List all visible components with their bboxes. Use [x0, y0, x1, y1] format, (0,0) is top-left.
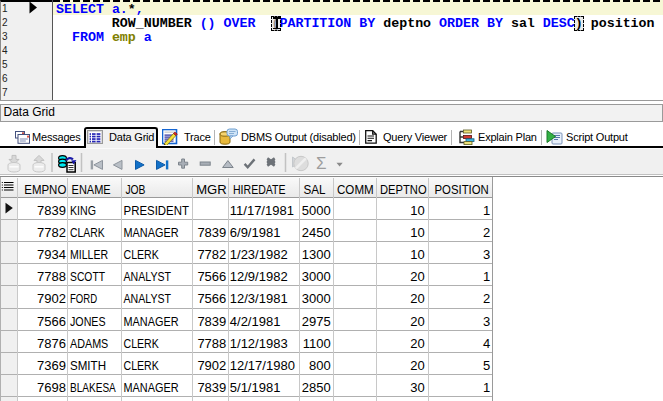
svg-text:ANALYST: ANALYST — [124, 291, 172, 306]
svg-text:7788: 7788 — [197, 336, 226, 351]
svg-text:7566: 7566 — [197, 269, 226, 284]
svg-text:ENAME: ENAME — [72, 183, 111, 197]
svg-text:7902: 7902 — [197, 358, 226, 373]
svg-text:JOB: JOB — [125, 183, 145, 197]
svg-text:7839: 7839 — [197, 225, 226, 240]
svg-text:1100: 1100 — [303, 336, 331, 351]
svg-text:PRESIDENT: PRESIDENT — [124, 203, 190, 218]
svg-text:MANAGER: MANAGER — [124, 380, 179, 395]
svg-text:7839: 7839 — [197, 314, 226, 329]
svg-text:10: 10 — [410, 203, 424, 218]
svg-text:CLERK: CLERK — [124, 358, 160, 373]
svg-text:7782: 7782 — [37, 225, 66, 240]
svg-text:HIREDATE: HIREDATE — [233, 183, 286, 197]
svg-text:1: 1 — [483, 380, 490, 395]
svg-text:3: 3 — [483, 314, 490, 329]
svg-text:7839: 7839 — [197, 380, 226, 395]
svg-text:MANAGER: MANAGER — [124, 314, 179, 329]
svg-text:MANAGER: MANAGER — [124, 225, 179, 240]
svg-text:20: 20 — [410, 314, 424, 329]
svg-text:10: 10 — [410, 225, 424, 240]
svg-text:6/9/1981: 6/9/1981 — [230, 225, 281, 240]
svg-text:1/12/1983: 1/12/1983 — [230, 336, 288, 351]
svg-text:JONES: JONES — [70, 314, 106, 329]
svg-text:12/3/1981: 12/3/1981 — [230, 291, 288, 306]
svg-text:3000: 3000 — [302, 269, 331, 284]
svg-text:5/1/1981: 5/1/1981 — [230, 380, 281, 395]
svg-text:BLAKESA: BLAKESA — [70, 380, 116, 395]
svg-text:20: 20 — [410, 291, 424, 306]
svg-text:7782: 7782 — [197, 247, 226, 262]
svg-text:1: 1 — [483, 203, 490, 218]
svg-text:7698: 7698 — [37, 380, 66, 395]
svg-text:FORD: FORD — [70, 291, 97, 306]
svg-text:CLERK: CLERK — [124, 247, 160, 262]
svg-text:30: 30 — [410, 380, 424, 395]
svg-text:20: 20 — [410, 336, 424, 351]
svg-text:7788: 7788 — [37, 269, 66, 284]
svg-text:2850: 2850 — [302, 380, 331, 395]
svg-text:ADAMS: ADAMS — [70, 336, 109, 351]
svg-text:12/17/1980: 12/17/1980 — [230, 358, 295, 373]
svg-text:MILLER: MILLER — [70, 247, 108, 262]
svg-text:1/23/1982: 1/23/1982 — [230, 247, 288, 262]
svg-text:7902: 7902 — [37, 291, 66, 306]
svg-text:20: 20 — [410, 358, 424, 373]
svg-text:4/2/1981: 4/2/1981 — [230, 314, 281, 329]
svg-text:5: 5 — [483, 358, 490, 373]
svg-text:7566: 7566 — [197, 291, 226, 306]
svg-text:11/17/1981: 11/17/1981 — [230, 203, 294, 218]
svg-text:CLERK: CLERK — [124, 336, 160, 351]
svg-text:20: 20 — [410, 269, 424, 284]
svg-text:800: 800 — [309, 358, 331, 373]
svg-text:2450: 2450 — [302, 225, 331, 240]
svg-text:MGR: MGR — [196, 183, 227, 197]
svg-text:SAL: SAL — [304, 183, 326, 197]
svg-text:KING: KING — [70, 203, 96, 218]
svg-text:SMITH: SMITH — [70, 358, 106, 373]
svg-text:7876: 7876 — [37, 336, 66, 351]
svg-text:2: 2 — [483, 225, 490, 240]
svg-text:EMPNO: EMPNO — [24, 183, 66, 197]
svg-text:3: 3 — [483, 247, 490, 262]
svg-text:2975: 2975 — [302, 314, 331, 329]
svg-text:ANALYST: ANALYST — [124, 269, 172, 284]
svg-text:5000: 5000 — [302, 203, 331, 218]
svg-text:7839: 7839 — [37, 203, 66, 218]
svg-text:1300: 1300 — [302, 247, 331, 262]
svg-text:COMM: COMM — [337, 183, 374, 197]
svg-text:7566: 7566 — [37, 314, 66, 329]
svg-text:4: 4 — [483, 336, 490, 351]
svg-text:Σ: Σ — [316, 154, 327, 173]
svg-text:2: 2 — [483, 291, 490, 306]
svg-text:7369: 7369 — [37, 358, 66, 373]
svg-text:10: 10 — [410, 247, 424, 262]
svg-text:3000: 3000 — [302, 291, 331, 306]
svg-text:POSITION: POSITION — [435, 183, 489, 197]
svg-text:SCOTT: SCOTT — [70, 269, 105, 284]
svg-text:12/9/1982: 12/9/1982 — [230, 269, 288, 284]
svg-text:DEPTNO: DEPTNO — [380, 183, 427, 197]
svg-text:1: 1 — [483, 269, 490, 284]
svg-text:CLARK: CLARK — [70, 225, 105, 240]
svg-text:7934: 7934 — [37, 247, 66, 262]
